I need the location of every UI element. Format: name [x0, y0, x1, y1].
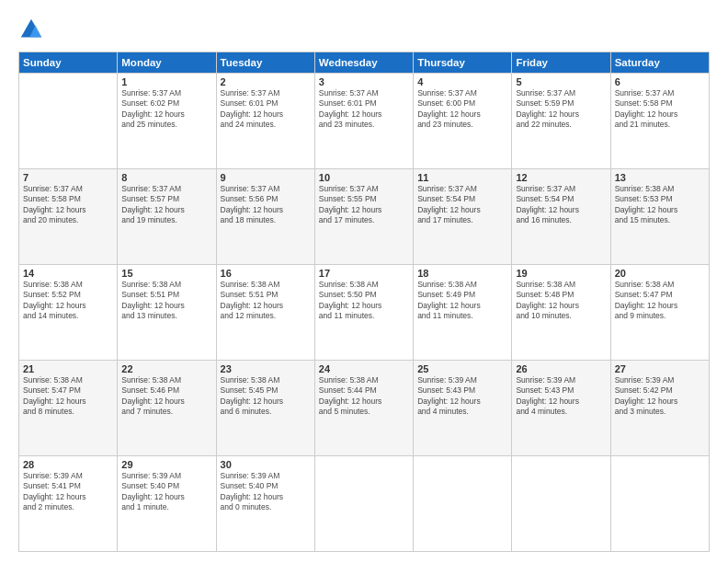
calendar-cell: 13Sunrise: 5:38 AM Sunset: 5:53 PM Dayli… — [610, 169, 709, 265]
day-number: 12 — [516, 172, 606, 183]
calendar-cell: 6Sunrise: 5:37 AM Sunset: 5:58 PM Daylig… — [610, 74, 709, 169]
calendar-cell: 23Sunrise: 5:38 AM Sunset: 5:45 PM Dayli… — [216, 361, 314, 456]
day-number: 11 — [417, 172, 507, 183]
calendar-week-4: 21Sunrise: 5:38 AM Sunset: 5:47 PM Dayli… — [19, 361, 710, 456]
calendar-cell: 4Sunrise: 5:37 AM Sunset: 6:00 PM Daylig… — [414, 74, 512, 169]
calendar-cell — [314, 456, 413, 552]
day-number: 4 — [417, 76, 507, 87]
day-number: 16 — [221, 268, 311, 279]
weekday-header-tuesday: Tuesday — [216, 52, 314, 74]
day-info: Sunrise: 5:37 AM Sunset: 5:54 PM Dayligh… — [516, 184, 606, 226]
day-info: Sunrise: 5:38 AM Sunset: 5:53 PM Dayligh… — [615, 184, 705, 226]
logo — [18, 17, 48, 42]
day-info: Sunrise: 5:38 AM Sunset: 5:45 PM Dayligh… — [221, 375, 311, 418]
calendar-cell: 15Sunrise: 5:38 AM Sunset: 5:51 PM Dayli… — [118, 265, 216, 361]
day-number: 24 — [319, 363, 409, 374]
calendar-cell — [610, 456, 709, 552]
day-number: 3 — [319, 76, 409, 87]
weekday-header-monday: Monday — [118, 52, 216, 74]
day-info: Sunrise: 5:38 AM Sunset: 5:52 PM Dayligh… — [23, 280, 113, 322]
day-info: Sunrise: 5:39 AM Sunset: 5:40 PM Dayligh… — [221, 471, 311, 513]
day-number: 14 — [23, 268, 113, 279]
day-info: Sunrise: 5:37 AM Sunset: 5:58 PM Dayligh… — [23, 184, 113, 226]
day-info: Sunrise: 5:38 AM Sunset: 5:46 PM Dayligh… — [121, 375, 211, 418]
day-info: Sunrise: 5:37 AM Sunset: 5:54 PM Dayligh… — [417, 184, 507, 226]
weekday-header-friday: Friday — [512, 52, 610, 74]
calendar-cell: 12Sunrise: 5:37 AM Sunset: 5:54 PM Dayli… — [512, 169, 610, 265]
calendar-cell: 14Sunrise: 5:38 AM Sunset: 5:52 PM Dayli… — [19, 265, 118, 361]
calendar-cell: 28Sunrise: 5:39 AM Sunset: 5:41 PM Dayli… — [19, 456, 118, 552]
day-info: Sunrise: 5:37 AM Sunset: 5:56 PM Dayligh… — [221, 184, 311, 226]
day-number: 23 — [221, 363, 311, 374]
calendar-cell: 16Sunrise: 5:38 AM Sunset: 5:51 PM Dayli… — [216, 265, 314, 361]
day-number: 17 — [319, 268, 409, 279]
calendar-week-3: 14Sunrise: 5:38 AM Sunset: 5:52 PM Dayli… — [19, 265, 710, 361]
day-number: 29 — [121, 459, 211, 470]
weekday-header-thursday: Thursday — [414, 52, 512, 74]
calendar-cell: 21Sunrise: 5:38 AM Sunset: 5:47 PM Dayli… — [19, 361, 118, 456]
calendar-cell: 29Sunrise: 5:39 AM Sunset: 5:40 PM Dayli… — [118, 456, 216, 552]
day-number: 13 — [615, 172, 705, 183]
calendar-cell: 8Sunrise: 5:37 AM Sunset: 5:57 PM Daylig… — [118, 169, 216, 265]
day-number: 1 — [121, 76, 211, 87]
day-info: Sunrise: 5:37 AM Sunset: 6:02 PM Dayligh… — [121, 88, 211, 131]
day-number: 30 — [221, 459, 311, 470]
day-info: Sunrise: 5:38 AM Sunset: 5:47 PM Dayligh… — [23, 375, 113, 418]
day-info: Sunrise: 5:37 AM Sunset: 5:59 PM Dayligh… — [516, 88, 606, 131]
calendar-cell: 10Sunrise: 5:37 AM Sunset: 5:55 PM Dayli… — [314, 169, 413, 265]
weekday-header-row: SundayMondayTuesdayWednesdayThursdayFrid… — [19, 52, 710, 74]
day-info: Sunrise: 5:37 AM Sunset: 6:00 PM Dayligh… — [417, 88, 507, 131]
weekday-header-wednesday: Wednesday — [314, 52, 413, 74]
calendar-cell: 11Sunrise: 5:37 AM Sunset: 5:54 PM Dayli… — [414, 169, 512, 265]
calendar-cell: 1Sunrise: 5:37 AM Sunset: 6:02 PM Daylig… — [118, 74, 216, 169]
day-info: Sunrise: 5:38 AM Sunset: 5:49 PM Dayligh… — [417, 280, 507, 322]
calendar-cell — [512, 456, 610, 552]
calendar-cell: 25Sunrise: 5:39 AM Sunset: 5:43 PM Dayli… — [414, 361, 512, 456]
day-number: 27 — [615, 363, 705, 374]
calendar-week-1: 1Sunrise: 5:37 AM Sunset: 6:02 PM Daylig… — [19, 74, 710, 169]
page: SundayMondayTuesdayWednesdayThursdayFrid… — [0, 0, 728, 563]
calendar-cell: 19Sunrise: 5:38 AM Sunset: 5:48 PM Dayli… — [512, 265, 610, 361]
day-info: Sunrise: 5:39 AM Sunset: 5:43 PM Dayligh… — [516, 375, 606, 418]
calendar-cell — [414, 456, 512, 552]
day-number: 10 — [319, 172, 409, 183]
day-number: 15 — [121, 268, 211, 279]
calendar-cell — [19, 74, 118, 169]
calendar-cell: 9Sunrise: 5:37 AM Sunset: 5:56 PM Daylig… — [216, 169, 314, 265]
day-number: 22 — [121, 363, 211, 374]
day-number: 2 — [221, 76, 311, 87]
day-number: 18 — [417, 268, 507, 279]
calendar-cell: 18Sunrise: 5:38 AM Sunset: 5:49 PM Dayli… — [414, 265, 512, 361]
day-number: 7 — [23, 172, 113, 183]
calendar-cell: 26Sunrise: 5:39 AM Sunset: 5:43 PM Dayli… — [512, 361, 610, 456]
day-info: Sunrise: 5:38 AM Sunset: 5:50 PM Dayligh… — [319, 280, 409, 322]
day-info: Sunrise: 5:39 AM Sunset: 5:40 PM Dayligh… — [121, 471, 211, 513]
calendar-cell: 27Sunrise: 5:39 AM Sunset: 5:42 PM Dayli… — [610, 361, 709, 456]
calendar-cell: 22Sunrise: 5:38 AM Sunset: 5:46 PM Dayli… — [118, 361, 216, 456]
calendar-cell: 2Sunrise: 5:37 AM Sunset: 6:01 PM Daylig… — [216, 74, 314, 169]
calendar-cell: 30Sunrise: 5:39 AM Sunset: 5:40 PM Dayli… — [216, 456, 314, 552]
logo-icon — [18, 17, 44, 42]
day-number: 20 — [615, 268, 705, 279]
day-info: Sunrise: 5:38 AM Sunset: 5:47 PM Dayligh… — [615, 280, 705, 322]
day-info: Sunrise: 5:39 AM Sunset: 5:42 PM Dayligh… — [615, 375, 705, 418]
day-number: 9 — [221, 172, 311, 183]
day-info: Sunrise: 5:39 AM Sunset: 5:41 PM Dayligh… — [23, 471, 113, 513]
day-info: Sunrise: 5:38 AM Sunset: 5:51 PM Dayligh… — [121, 280, 211, 322]
day-info: Sunrise: 5:37 AM Sunset: 5:58 PM Dayligh… — [615, 88, 705, 131]
calendar-cell: 17Sunrise: 5:38 AM Sunset: 5:50 PM Dayli… — [314, 265, 413, 361]
calendar-cell: 7Sunrise: 5:37 AM Sunset: 5:58 PM Daylig… — [19, 169, 118, 265]
day-number: 8 — [121, 172, 211, 183]
day-number: 5 — [516, 76, 606, 87]
day-number: 6 — [615, 76, 705, 87]
day-info: Sunrise: 5:39 AM Sunset: 5:43 PM Dayligh… — [417, 375, 507, 418]
day-number: 26 — [516, 363, 606, 374]
day-info: Sunrise: 5:37 AM Sunset: 5:55 PM Dayligh… — [319, 184, 409, 226]
weekday-header-sunday: Sunday — [19, 52, 118, 74]
calendar-cell: 24Sunrise: 5:38 AM Sunset: 5:44 PM Dayli… — [314, 361, 413, 456]
header — [18, 17, 710, 42]
day-info: Sunrise: 5:38 AM Sunset: 5:48 PM Dayligh… — [516, 280, 606, 322]
day-info: Sunrise: 5:38 AM Sunset: 5:51 PM Dayligh… — [221, 280, 311, 322]
day-info: Sunrise: 5:38 AM Sunset: 5:44 PM Dayligh… — [319, 375, 409, 418]
day-number: 21 — [23, 363, 113, 374]
